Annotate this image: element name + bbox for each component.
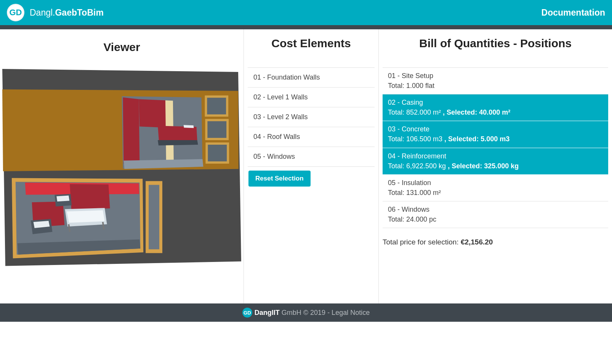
logo-badge: GD <box>7 4 24 21</box>
boq-item-selected: , Selected: 40.000 m² <box>443 109 510 116</box>
app-header: GD Dangl.GaebToBim Documentation <box>0 0 612 25</box>
svg-marker-19 <box>70 184 110 209</box>
cost-elements-title: Cost Elements <box>248 29 375 65</box>
svg-rect-13 <box>207 121 226 138</box>
viewer-column: Viewer <box>0 29 244 303</box>
brand-title: Dangl.GaebToBim <box>30 8 104 18</box>
boq-item[interactable]: 03 - Concrete Total: 106.500 m3 , Select… <box>383 121 608 148</box>
boq-item[interactable]: 06 - Windows Total: 24.000 pc <box>383 201 608 228</box>
boq-item-label: 01 - Site Setup <box>388 71 603 81</box>
boq-item-total-line: Total: 852.000 m² , Selected: 40.000 m² <box>388 107 603 117</box>
boq-item-total: Total: 1.000 flat <box>388 81 603 91</box>
brand-prefix: Dangl. <box>30 8 55 18</box>
boq-item-total: Total: 24.000 pc <box>388 214 603 224</box>
boq-item-selected: , Selected: 5.000 m3 <box>444 135 509 143</box>
svg-rect-11 <box>207 98 226 115</box>
cost-element-item[interactable]: 03 - Level 2 Walls <box>248 107 375 127</box>
svg-marker-28 <box>56 195 69 201</box>
svg-marker-22 <box>67 210 105 223</box>
header-divider <box>0 25 612 29</box>
svg-marker-4 <box>139 99 166 128</box>
boq-item-total-line: Total: 6,922.500 kg , Selected: 325.000 … <box>388 161 603 171</box>
boq-column: Bill of Quantities - Positions 01 - Site… <box>379 29 612 303</box>
footer-brand: DanglIT <box>255 309 280 316</box>
app-footer: GD DanglIT GmbH © 2019 - Legal Notice <box>0 303 612 322</box>
footer-logo-badge: GD <box>242 308 252 318</box>
reset-selection-button[interactable]: Reset Selection <box>248 171 311 187</box>
boq-item-total: Total: 131.000 m² <box>388 188 603 198</box>
boq-item-total: Total: 6,922.500 kg <box>388 162 448 170</box>
main-content: Viewer <box>0 29 612 303</box>
selection-total: Total price for selection: €2,156.20 <box>383 232 608 246</box>
svg-rect-15 <box>208 145 227 161</box>
svg-marker-3 <box>123 97 139 164</box>
boq-item-total: Total: 106.500 m3 <box>388 135 444 143</box>
boq-item[interactable]: 04 - Reinforcement Total: 6,922.500 kg ,… <box>383 148 608 175</box>
boq-item[interactable]: 01 - Site Setup Total: 1.000 flat <box>383 67 608 94</box>
selection-total-amount: €2,156.20 <box>461 238 493 246</box>
viewer-canvas[interactable] <box>0 69 244 266</box>
viewer-title: Viewer <box>0 33 244 69</box>
cost-element-item[interactable]: 05 - Windows <box>248 147 375 167</box>
documentation-link[interactable]: Documentation <box>542 8 605 18</box>
cost-elements-column: Cost Elements 01 - Foundation Walls 02 -… <box>244 29 379 303</box>
boq-item-label: 05 - Insulation <box>388 178 603 188</box>
boq-item-label: 04 - Reinforcement <box>388 151 603 161</box>
svg-marker-6 <box>158 126 197 141</box>
boq-item[interactable]: 05 - Insulation Total: 131.000 m² <box>383 175 608 201</box>
boq-item-label: 02 - Casing <box>388 97 603 107</box>
boq-item-selected: , Selected: 325.000 kg <box>448 162 519 170</box>
svg-marker-7 <box>158 140 198 145</box>
footer-legal[interactable]: GmbH © 2019 - Legal Notice <box>280 309 370 316</box>
svg-marker-1 <box>2 89 239 171</box>
brand-suffix: GaebToBim <box>55 8 103 18</box>
boq-list: 01 - Site Setup Total: 1.000 flat 02 - C… <box>383 65 608 228</box>
boq-item-label: 03 - Concrete <box>388 124 603 134</box>
cost-elements-list: 01 - Foundation Walls 02 - Level 1 Walls… <box>248 65 375 167</box>
boq-item[interactable]: 02 - Casing Total: 852.000 m² , Selected… <box>383 94 608 121</box>
cost-element-item[interactable]: 04 - Roof Walls <box>248 127 375 147</box>
selection-total-prefix: Total price for selection: <box>383 238 461 246</box>
cost-element-item[interactable]: 01 - Foundation Walls <box>248 67 375 88</box>
boq-item-total: Total: 852.000 m² <box>388 109 443 116</box>
building-3d-icon <box>2 69 241 266</box>
svg-marker-8 <box>184 125 194 128</box>
cost-element-item[interactable]: 02 - Level 1 Walls <box>248 88 375 107</box>
boq-title: Bill of Quantities - Positions <box>383 29 608 65</box>
boq-item-total-line: Total: 106.500 m3 , Selected: 5.000 m3 <box>388 134 603 144</box>
svg-rect-31 <box>149 185 159 249</box>
boq-item-label: 06 - Windows <box>388 204 603 214</box>
